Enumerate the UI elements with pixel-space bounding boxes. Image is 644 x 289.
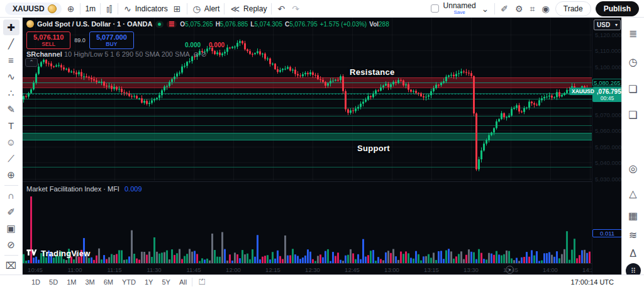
hotlists-icon[interactable]: ◎ xyxy=(625,160,641,176)
watchlist-icon[interactable]: ≣ xyxy=(625,25,641,42)
range-button-5y[interactable]: 5Y xyxy=(158,277,174,287)
buy-button[interactable]: 5,077.000 BUY xyxy=(89,31,134,49)
save-link: Save xyxy=(453,10,465,15)
price-tick-label: 5,050.000 xyxy=(595,144,621,150)
time-label: 12:15 xyxy=(265,266,280,273)
zoom-in-icon[interactable]: ⊕ xyxy=(3,167,19,183)
range-button-1m[interactable]: 1M xyxy=(63,277,80,287)
magnet-icon[interactable]: ∩ xyxy=(3,188,19,203)
time-label: 12:30 xyxy=(305,266,320,273)
toolbar-separator xyxy=(4,185,18,186)
layout-name-button[interactable]: Unnamed Save xyxy=(443,2,476,15)
mfi-legend[interactable]: Market Facilitation Index · MFI 0.009 xyxy=(26,185,142,193)
pane-separator[interactable] xyxy=(23,181,592,182)
alert-button[interactable]: ◷ Alert xyxy=(192,3,220,14)
right-sidebar: ≣◷❏❑◎△▦≋Δ⠿? xyxy=(621,18,644,289)
hidden-values-icon: ⊘ ⊘ xyxy=(193,50,207,58)
trade-button[interactable]: Trade xyxy=(555,1,591,16)
remove-all-icon[interactable]: ⌧ xyxy=(3,258,19,273)
hide-all-icon[interactable]: ⊘ xyxy=(3,237,19,252)
projection-icon[interactable]: ∴ xyxy=(3,85,19,101)
mfi-value-marker: 0.011 xyxy=(592,229,621,237)
replay-button[interactable]: ≪ Replay xyxy=(229,3,267,14)
divider xyxy=(100,3,101,14)
crosshair-icon[interactable]: ✚ xyxy=(3,20,19,35)
redo-icon[interactable]: ↷ xyxy=(291,3,301,14)
calendar-icon[interactable]: ▦ xyxy=(625,207,641,224)
source-toggle-icon[interactable] xyxy=(167,21,177,28)
divider xyxy=(494,3,495,14)
visibility-toggle-icon[interactable] xyxy=(155,21,164,28)
interval-button[interactable]: 1m xyxy=(85,4,96,13)
time-label: 14:15 xyxy=(582,266,592,273)
chevron-down-icon[interactable]: ⌄ xyxy=(480,3,491,14)
snapshot-camera-icon[interactable]: ◉ xyxy=(541,3,551,14)
chart-legend[interactable]: Gold Spot / U.S. Dollar · 1 · OANDA O5,0… xyxy=(26,20,389,28)
sell-button[interactable]: 5,076.110 SELL xyxy=(26,31,70,49)
trend-line-icon[interactable]: ╱ xyxy=(3,36,19,52)
publish-button[interactable]: Publish xyxy=(596,1,639,16)
time-label: 11:30 xyxy=(147,266,161,273)
indicators-icon: ∿ xyxy=(123,3,133,14)
tradingview-logo-icon xyxy=(26,247,38,259)
time-label: 13:45 xyxy=(503,266,518,273)
chart-area[interactable]: Resistance Support Gold Spot / U.S. Doll… xyxy=(23,18,592,275)
drawing-lock-icon[interactable]: ✐ xyxy=(3,204,19,220)
compare-add-icon[interactable]: ⊕ xyxy=(66,3,76,14)
tradingview-watermark[interactable]: TradingView xyxy=(26,247,91,259)
text-tool-icon[interactable]: T xyxy=(3,118,19,133)
fullscreen-icon[interactable]: ⌗ xyxy=(529,3,536,14)
notifications-bell-icon[interactable]: Δ xyxy=(625,246,641,262)
chat-icon[interactable]: ❑ xyxy=(625,106,641,123)
quick-search-icon[interactable]: ✐ xyxy=(499,3,509,14)
emoji-icon[interactable]: ☺ xyxy=(3,134,19,150)
ideas-icon[interactable]: △ xyxy=(625,185,641,201)
time-label: 13:30 xyxy=(464,266,479,273)
news-icon[interactable]: ≋ xyxy=(625,227,641,243)
srchannel-legend[interactable]: SRchannel 10 High/Low 5 1 6 290 50 SMA 2… xyxy=(26,50,207,59)
object-tree-icon[interactable]: ❏ xyxy=(625,81,641,97)
replay-icon: ≪ xyxy=(229,3,241,14)
symbol-search-button[interactable]: XAUUSD xyxy=(5,3,62,15)
date-range-buttons: 1D5D1M3M6MYTD1Y5YAll⏍ xyxy=(28,277,205,287)
mfi-value: 0.009 xyxy=(125,185,142,193)
undo-icon[interactable]: ↶ xyxy=(276,3,286,14)
ruler-icon[interactable]: ⟋ xyxy=(3,150,19,166)
lock-all-icon[interactable]: ▣ xyxy=(3,220,19,236)
price-tick-label: 5,110.000 xyxy=(595,47,621,54)
candle-style-icon[interactable]: ⫾⫿ xyxy=(105,3,113,14)
time-axis[interactable]: 10:4511:0011:1511:3011:4512:0012:1512:30… xyxy=(23,263,592,275)
tradingview-app: XAUUSD ⊕ 1m ⫾⫿ ∿ Indicators ⊞ ◷ Alert ≪ … xyxy=(0,0,644,289)
range-button-all[interactable]: All xyxy=(175,277,191,287)
symbol-name: XAUUSD xyxy=(13,4,45,13)
bar-countdown: 00:45 xyxy=(592,95,621,101)
xabcd-pattern-icon[interactable]: ∿ xyxy=(3,69,19,84)
time-label: 11:45 xyxy=(186,266,201,273)
horizontal-lines-icon[interactable]: ≡ xyxy=(3,52,19,68)
price-scale[interactable]: USD ▾ 5,080.265 5,076.795 00:45 0.011 5,… xyxy=(592,18,621,275)
layout-checkbox[interactable] xyxy=(431,4,439,13)
range-button-5d[interactable]: 5D xyxy=(45,277,62,287)
srchannel-value-up: 0.000 xyxy=(185,42,201,48)
timezone-clock[interactable]: 17:00:14 UTC xyxy=(571,278,614,286)
range-button-ytd[interactable]: YTD xyxy=(118,277,140,287)
price-tick-label: 5,070.000 xyxy=(595,111,621,118)
top-toolbar: XAUUSD ⊕ 1m ⫾⫿ ∿ Indicators ⊞ ◷ Alert ≪ … xyxy=(0,0,644,18)
range-button-6m[interactable]: 6M xyxy=(100,277,117,287)
support-label: Support xyxy=(357,144,390,153)
collapse-legend-button[interactable]: ⌃ xyxy=(25,58,38,67)
range-button-3m[interactable]: 3M xyxy=(81,277,98,287)
indicators-button[interactable]: ∿ Indicators xyxy=(123,3,168,14)
range-button-1d[interactable]: 1D xyxy=(28,277,44,287)
resistance-price-marker: 5,080.265 xyxy=(592,79,621,86)
alerts-icon[interactable]: ◷ xyxy=(625,54,641,70)
goto-date-icon[interactable]: ⏍ xyxy=(199,277,205,287)
layout-grid-icon[interactable]: ⊞ xyxy=(172,3,182,14)
range-button-1y[interactable]: 1Y xyxy=(141,277,157,287)
currency-selector[interactable]: USD ▾ xyxy=(594,20,621,30)
settings-gear-icon[interactable]: ⚙ xyxy=(514,3,525,14)
price-tick-label: 5,040.000 xyxy=(595,159,621,166)
brush-icon[interactable]: ✎ xyxy=(3,101,19,117)
time-label: 13:15 xyxy=(424,266,439,273)
symbol-price-tag: XAUUSD xyxy=(569,88,597,95)
